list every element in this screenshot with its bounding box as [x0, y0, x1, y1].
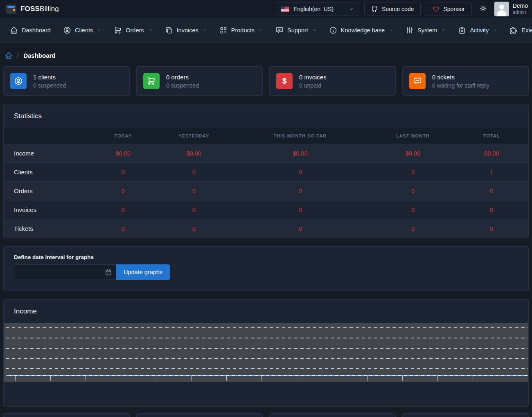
column-header: YESTERDAY [158, 128, 229, 144]
stat-value: 0 [158, 163, 229, 182]
summary-subtitle: 0 waiting for staff reply [432, 82, 489, 89]
chevron-down-icon [148, 28, 153, 32]
user-menu[interactable]: Demo admin [494, 2, 528, 16]
nav-label: Knowledge base [341, 27, 385, 34]
content-area: / Dashboard 1 clients 0 suspended 0 orde… [0, 52, 532, 417]
date-input-wrap [14, 264, 116, 280]
dollar-icon: $ [276, 73, 293, 89]
stat-value: 0 [229, 163, 371, 182]
column-header: LAST MONTH [371, 128, 455, 144]
table-row-tickets: Tickets 0 0 0 0 0 [4, 219, 528, 238]
nav-item-clients[interactable]: Clients [63, 26, 101, 34]
nav-label: System [417, 27, 437, 34]
date-interval-panel: Define date interval for graphs Update g… [3, 246, 529, 291]
page: FOSSBilling English(en_US) Source code S… [0, 0, 532, 417]
stat-value: 0 [229, 219, 371, 238]
summary-subtitle: 0 suspended [166, 82, 199, 89]
row-label: Invoices [4, 201, 88, 219]
sliders-icon [406, 26, 414, 34]
avatar [494, 2, 509, 16]
stat-value: 0 [371, 163, 455, 182]
brand[interactable]: FOSSBilling [6, 5, 59, 14]
summary-card-text: 0 orders 0 suspended [166, 74, 199, 89]
nav-label: Extensions [521, 27, 532, 34]
stat-value: $0.00 [229, 144, 371, 163]
home-icon[interactable] [5, 52, 13, 59]
puzzle-icon [509, 26, 518, 34]
sponsor-button[interactable]: Sponsor [426, 2, 471, 16]
date-range-input[interactable] [14, 264, 116, 280]
user-name: Demo [513, 2, 528, 9]
stat-value: $0.00 [455, 144, 528, 163]
ticket-message-icon [409, 73, 426, 89]
income-chart-panel: Income [3, 299, 529, 407]
summary-card-text: 1 clients 0 suspended [33, 74, 66, 89]
github-icon [371, 6, 378, 13]
nav-item-orders[interactable]: Orders [114, 26, 152, 34]
row-label: Income [4, 144, 88, 163]
x-axis-ticks [4, 376, 528, 381]
stat-value: 0 [158, 201, 229, 219]
chevron-down-icon [493, 28, 497, 32]
source-code-button[interactable]: Source code [364, 2, 421, 16]
copies-icon [165, 26, 173, 34]
row-label: Tickets [4, 219, 88, 238]
statistics-title: Statistics [4, 104, 528, 128]
table-row-income: Income $0.00 $0.00 $0.00 $0.00 $0.00 [4, 144, 528, 163]
summary-subtitle: 0 suspended [33, 82, 66, 89]
stat-value: 0 [229, 201, 371, 219]
bottom-cards-row: ORDERS INVOICES CLIENTS TICKETS [3, 413, 529, 417]
stat-value: 0 [455, 182, 528, 201]
chevron-down-icon [389, 28, 393, 32]
stat-value: $0.00 [158, 144, 229, 163]
column-header-empty [4, 128, 88, 144]
summary-card-clients: 1 clients 0 suspended [3, 66, 130, 96]
nav-item-system[interactable]: System [406, 26, 446, 34]
user-circle-icon [63, 26, 71, 34]
column-header: TOTAL [455, 128, 528, 144]
nav-item-knowledge-base[interactable]: Knowledge base [329, 26, 393, 34]
nav-label: Orders [126, 27, 144, 34]
stat-value: 0 [158, 219, 229, 238]
summary-card-text: 0 tickets 0 waiting for staff reply [432, 74, 489, 89]
stat-value: 0 [88, 219, 158, 238]
user-info: Demo admin [513, 2, 528, 15]
stat-value: 0 [229, 182, 371, 201]
cart-icon [143, 73, 160, 89]
update-graphs-button[interactable]: Update graphs [116, 264, 170, 280]
chevron-down-icon [259, 28, 263, 32]
stat-value: 0 [371, 182, 455, 201]
summary-cards-row: 1 clients 0 suspended 0 orders 0 suspend… [3, 66, 529, 96]
summary-card-invoices: $ 0 invoices 0 unpaid [269, 66, 396, 96]
summary-title: 0 orders [166, 74, 199, 81]
topbar-right-group: English(en_US) Source code Sponsor Demo … [276, 2, 528, 16]
nav-item-support[interactable]: Support [275, 26, 317, 34]
nav-label: Activity [470, 27, 489, 34]
stat-value: $0.00 [371, 144, 455, 163]
invoices-card: INVOICES [136, 413, 263, 417]
chevron-down-icon [441, 28, 446, 32]
chevron-down-icon [312, 28, 317, 32]
income-chart-plot [4, 323, 528, 382]
nav-item-activity[interactable]: Activity [458, 26, 497, 34]
summary-subtitle: 0 unpaid [299, 82, 327, 89]
date-interval-label: Define date interval for graphs [14, 254, 518, 260]
nav-item-dashboard[interactable]: Dashboard [10, 26, 51, 34]
nav-item-extensions[interactable]: Extensions [509, 26, 532, 34]
stat-value: 1 [455, 163, 528, 182]
table-row-orders: Orders 0 0 0 0 0 [4, 182, 528, 201]
nav-label: Support [287, 27, 308, 34]
theme-toggle-button[interactable] [477, 5, 489, 14]
nav-label: Products [231, 27, 255, 34]
breadcrumb-separator: / [17, 52, 19, 59]
stat-value: $0.00 [88, 144, 158, 163]
stat-value: 0 [88, 182, 158, 201]
stat-value: 0 [455, 219, 528, 238]
language-select[interactable]: English(en_US) [276, 2, 359, 16]
clipboard-icon [458, 26, 466, 34]
summary-title: 0 tickets [432, 74, 489, 81]
nav-item-invoices[interactable]: Invoices [165, 26, 207, 34]
stat-value: 0 [371, 219, 455, 238]
nav-item-products[interactable]: Products [219, 26, 263, 34]
home-icon [10, 26, 18, 34]
